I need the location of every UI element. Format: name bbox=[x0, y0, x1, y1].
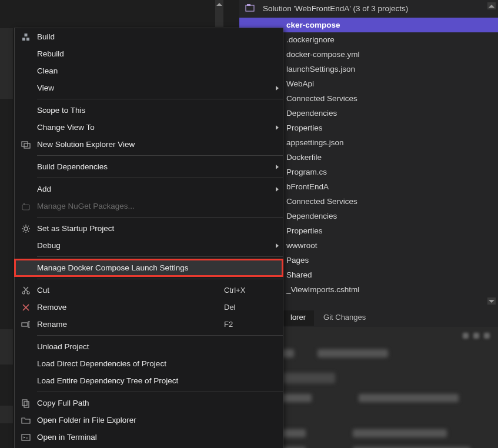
menu-rename[interactable]: RenameF2 bbox=[15, 316, 283, 333]
solution-title: Solution 'WebFrontEndA' (3 of 3 projects… bbox=[263, 4, 408, 13]
menu-separator bbox=[37, 217, 283, 218]
menu-load-direct[interactable]: Load Direct Dependencies of Project bbox=[15, 355, 283, 372]
menu-nuget: Manage NuGet Packages... bbox=[15, 198, 283, 215]
gear-icon bbox=[21, 224, 31, 233]
svg-rect-17 bbox=[22, 434, 30, 440]
build-icon bbox=[21, 32, 31, 42]
editor-gutter bbox=[0, 0, 13, 448]
menu-add[interactable]: Add bbox=[15, 180, 283, 198]
menu-open-folder[interactable]: Open Folder in File Explorer bbox=[15, 412, 283, 429]
solution-icon bbox=[245, 4, 255, 13]
menu-debug[interactable]: Debug bbox=[15, 237, 283, 254]
svg-rect-15 bbox=[22, 400, 27, 406]
svg-rect-0 bbox=[246, 5, 254, 11]
menu-separator bbox=[37, 335, 283, 336]
menu-startup[interactable]: Set as Startup Project bbox=[15, 220, 283, 237]
menu-rebuild[interactable]: Rebuild bbox=[15, 45, 283, 62]
svg-point-11 bbox=[24, 227, 28, 230]
menu-change-view[interactable]: Change View To bbox=[15, 119, 283, 136]
svg-rect-9 bbox=[22, 205, 29, 210]
menu-docker-launch-settings[interactable]: Manage Docker Compose Launch Settings bbox=[15, 259, 283, 276]
menu-cut[interactable]: CutCtrl+X bbox=[15, 282, 283, 299]
svg-rect-1 bbox=[247, 4, 250, 6]
menu-build[interactable]: Build bbox=[15, 28, 283, 45]
svg-rect-14 bbox=[22, 323, 28, 326]
svg-point-12 bbox=[22, 292, 25, 294]
svg-rect-7 bbox=[22, 142, 28, 146]
menu-separator bbox=[37, 279, 283, 279]
folder-open-icon bbox=[21, 416, 31, 425]
solution-scrollbar[interactable] bbox=[487, 2, 496, 307]
solution-header[interactable]: Solution 'WebFrontEndA' (3 of 3 projects… bbox=[239, 0, 498, 16]
copy-icon bbox=[21, 399, 31, 408]
menu-separator bbox=[37, 155, 283, 156]
menu-load-entire[interactable]: Load Entire Dependency Tree of Project bbox=[15, 372, 283, 389]
tab-solution-explorer[interactable]: lorer bbox=[282, 310, 314, 326]
menu-unload[interactable]: Unload Project bbox=[15, 338, 283, 355]
menu-separator bbox=[37, 392, 283, 392]
menu-scope[interactable]: Scope to This bbox=[15, 102, 283, 119]
svg-rect-5 bbox=[26, 38, 29, 41]
menu-open-terminal[interactable]: Open in Terminal bbox=[15, 429, 283, 446]
menu-remove[interactable]: RemoveDel bbox=[15, 299, 283, 316]
project-context-menu: Build Rebuild Clean View Scope to This C… bbox=[14, 28, 283, 448]
menu-new-sln-view[interactable]: New Solution Explorer View bbox=[15, 136, 283, 153]
svg-rect-4 bbox=[22, 38, 25, 41]
svg-point-10 bbox=[24, 203, 25, 205]
remove-icon bbox=[21, 303, 31, 312]
menu-separator bbox=[37, 256, 283, 257]
menu-view[interactable]: View bbox=[15, 79, 283, 96]
svg-point-13 bbox=[27, 292, 29, 294]
menu-clean[interactable]: Clean bbox=[15, 62, 283, 79]
svg-rect-16 bbox=[24, 402, 29, 407]
terminal-icon bbox=[21, 433, 31, 442]
rename-icon bbox=[21, 320, 31, 329]
menu-separator bbox=[37, 99, 283, 99]
nuget-icon bbox=[21, 202, 31, 211]
menu-build-deps[interactable]: Build Dependencies bbox=[15, 158, 283, 175]
menu-copy-path[interactable]: Copy Full Path bbox=[15, 394, 283, 412]
menu-separator bbox=[37, 178, 283, 178]
svg-rect-8 bbox=[24, 143, 30, 148]
panel-tabs: lorer Git Changes bbox=[282, 310, 374, 326]
tab-git-changes[interactable]: Git Changes bbox=[315, 310, 374, 326]
editor-scrollbar[interactable] bbox=[215, 0, 223, 27]
new-view-icon bbox=[21, 140, 31, 149]
svg-rect-6 bbox=[25, 34, 28, 36]
cut-icon bbox=[21, 286, 31, 295]
